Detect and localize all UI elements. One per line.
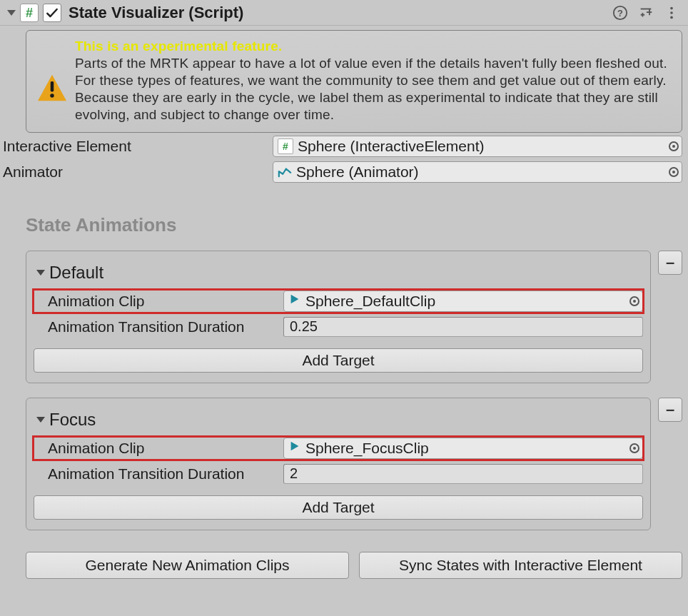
svg-rect-6 bbox=[649, 9, 650, 14]
animation-clip-value: Sphere_FocusClip bbox=[305, 440, 625, 457]
transition-duration-field-default[interactable]: 0.25 bbox=[283, 317, 643, 337]
animator-label: Animator bbox=[3, 163, 273, 181]
state-foldout-default[interactable]: Default bbox=[34, 258, 643, 290]
object-picker-icon[interactable] bbox=[629, 443, 639, 453]
script-icon: # bbox=[20, 4, 39, 22]
experimental-heading: This is an experimental feature. bbox=[75, 39, 282, 54]
preset-icon[interactable] bbox=[638, 5, 654, 21]
transition-duration-label: Animation Transition Duration bbox=[48, 465, 283, 483]
component-title: State Visualizer (Script) bbox=[69, 4, 608, 22]
generate-clips-button[interactable]: Generate New Animation Clips bbox=[26, 552, 349, 579]
interactive-element-value: Sphere (InteractiveElement) bbox=[298, 138, 664, 155]
state-foldout-focus[interactable]: Focus bbox=[34, 405, 643, 437]
transition-duration-field-focus[interactable]: 2 bbox=[283, 464, 643, 484]
warning-icon bbox=[36, 52, 68, 123]
svg-rect-3 bbox=[642, 13, 644, 17]
foldout-caret-icon bbox=[36, 270, 45, 276]
svg-point-9 bbox=[670, 16, 673, 19]
state-name: Default bbox=[49, 263, 103, 283]
component-header[interactable]: # State Visualizer (Script) ? bbox=[0, 0, 688, 26]
remove-state-button-default[interactable]: – bbox=[658, 251, 682, 275]
foldout-caret-icon[interactable] bbox=[7, 10, 16, 16]
foldout-caret-icon bbox=[36, 417, 45, 423]
object-picker-icon[interactable] bbox=[629, 296, 639, 306]
state-animations-heading: State Animations bbox=[26, 214, 682, 236]
animation-clip-field-default[interactable]: Sphere_DefaultClip bbox=[283, 291, 643, 312]
state-panel-focus: Focus Animation Clip Sphere_FocusClip An… bbox=[26, 398, 651, 530]
remove-state-button-focus[interactable]: – bbox=[658, 398, 682, 422]
svg-point-11 bbox=[50, 94, 54, 97]
state-name: Focus bbox=[49, 410, 96, 430]
svg-text:?: ? bbox=[617, 7, 623, 18]
experimental-body: Parts of the MRTK appear to have a lot o… bbox=[75, 56, 667, 122]
svg-point-8 bbox=[670, 11, 673, 14]
add-target-button-focus[interactable]: Add Target bbox=[34, 495, 643, 520]
clip-icon bbox=[288, 440, 301, 456]
enabled-checkbox[interactable] bbox=[43, 4, 61, 22]
interactive-element-field[interactable]: # Sphere (InteractiveElement) bbox=[273, 136, 682, 157]
clip-icon bbox=[288, 293, 301, 309]
animator-field[interactable]: Sphere (Animator) bbox=[273, 161, 682, 183]
context-menu-icon[interactable] bbox=[664, 5, 679, 21]
state-panel-default: Default Animation Clip Sphere_DefaultCli… bbox=[26, 251, 651, 383]
object-picker-icon[interactable] bbox=[669, 167, 679, 177]
transition-duration-label: Animation Transition Duration bbox=[48, 318, 283, 335]
script-mini-icon: # bbox=[278, 138, 293, 154]
sync-states-button[interactable]: Sync States with Interactive Element bbox=[359, 552, 682, 579]
interactive-element-label: Interactive Element bbox=[3, 138, 273, 155]
animator-mini-icon bbox=[278, 165, 292, 179]
help-icon[interactable]: ? bbox=[612, 5, 628, 21]
object-picker-icon[interactable] bbox=[669, 141, 679, 151]
animation-clip-value: Sphere_DefaultClip bbox=[305, 293, 625, 310]
svg-rect-10 bbox=[51, 81, 54, 92]
svg-point-7 bbox=[670, 6, 673, 9]
add-target-button-default[interactable]: Add Target bbox=[34, 348, 643, 373]
animation-clip-label: Animation Clip bbox=[48, 293, 283, 310]
animation-clip-label: Animation Clip bbox=[48, 440, 283, 457]
animation-clip-field-focus[interactable]: Sphere_FocusClip bbox=[283, 438, 643, 459]
animator-value: Sphere (Animator) bbox=[296, 163, 664, 181]
experimental-warning: This is an experimental feature. Parts o… bbox=[26, 30, 682, 133]
